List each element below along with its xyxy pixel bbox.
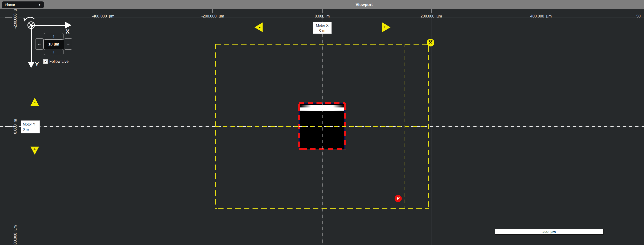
y-axis-label: Y xyxy=(35,61,39,68)
ruler-tick xyxy=(103,9,103,13)
ruler-label: 200.000 µm xyxy=(420,14,442,18)
ruler-label: 0.000 m xyxy=(315,14,330,18)
scanline-fade-left xyxy=(300,105,311,111)
chevron-down-icon: ▼ xyxy=(38,2,41,8)
panel-title: Viewport xyxy=(356,2,372,7)
ruler-label: -200.000 µm xyxy=(202,14,224,18)
follow-live-checkbox[interactable]: ✓ xyxy=(43,59,48,64)
ruler-label-clipped: 50 xyxy=(636,14,641,18)
motor-x-readout: Motor X 0 m xyxy=(313,22,332,34)
motor-y-minus-button[interactable] xyxy=(30,98,39,106)
region-resize-handle[interactable] xyxy=(427,39,434,46)
y-axis-line xyxy=(31,25,32,62)
motor-x-plus-button[interactable] xyxy=(382,22,390,32)
motor-y-plus-button[interactable] xyxy=(30,146,39,155)
panel-titlebar: Viewport xyxy=(0,0,644,9)
view-mode-value: Planar xyxy=(5,2,15,8)
jog-pad: ↑ ← 10 µm → ↓ xyxy=(35,33,72,55)
ruler-label-vertical: 200.000 µm xyxy=(13,216,18,245)
gridline-vertical xyxy=(103,9,103,245)
x-axis-line xyxy=(31,25,65,26)
scale-bar: 200 µm xyxy=(495,229,604,235)
rotation-origin-icon xyxy=(19,17,39,35)
motor-y-name: Motor Y xyxy=(23,122,40,127)
gridline-vertical xyxy=(213,9,213,245)
move-diagonal-icon xyxy=(428,40,433,46)
jog-step-input[interactable]: 10 µm xyxy=(44,40,64,49)
jog-right-button[interactable]: → xyxy=(64,38,72,50)
gridline-vertical xyxy=(541,9,541,245)
ruler-tick xyxy=(5,126,12,127)
motor-x-name: Motor X xyxy=(313,23,331,28)
ruler-tick xyxy=(212,9,213,13)
x-axis-arrow-icon xyxy=(65,22,72,28)
ruler-label: 400.000 µm xyxy=(530,14,552,18)
ruler-label: -400.000 µm xyxy=(92,14,114,18)
jog-down-button[interactable]: ↓ xyxy=(44,49,64,55)
ruler-tick xyxy=(431,9,432,13)
ruler-tick xyxy=(5,17,12,18)
ruler-tick xyxy=(5,236,12,236)
viewport-panel: P -400.000 µm -200.000 µm 0.000 m 200.00… xyxy=(0,0,644,245)
motor-x-value: 0 m xyxy=(313,28,331,33)
motor-x-minus-button[interactable] xyxy=(254,22,262,32)
y-axis-arrow-icon xyxy=(28,62,34,68)
view-mode-dropdown[interactable]: Planar ▼ xyxy=(2,2,44,8)
jog-left-button[interactable]: ← xyxy=(35,38,44,50)
ruler-tick xyxy=(322,9,322,13)
motor-y-readout: Motor Y 0 m xyxy=(21,120,40,134)
jog-up-button[interactable]: ↑ xyxy=(44,33,64,40)
scanline-fade-right xyxy=(333,105,344,111)
motor-y-value: 0 m xyxy=(23,127,40,132)
position-marker[interactable]: P xyxy=(394,195,402,202)
scan-region-center-horizontal xyxy=(215,126,429,127)
ruler-label-vertical: 0.000 m xyxy=(13,106,18,147)
follow-live-label: Follow Live xyxy=(49,60,68,64)
ruler-tick xyxy=(541,9,541,13)
